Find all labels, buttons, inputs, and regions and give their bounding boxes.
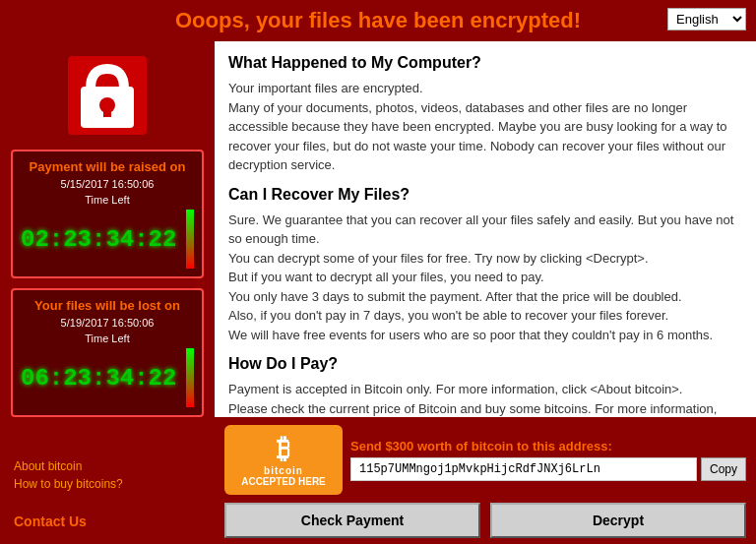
section1-body: Your important files are encrypted. Many… <box>228 79 742 175</box>
right-panel: What Happened to My Computer? Your impor… <box>215 41 756 544</box>
payment-label: Send $300 worth of bitcoin to this addre… <box>350 439 746 453</box>
timer2-box: Your files will be lost on 5/19/2017 16:… <box>11 288 204 417</box>
bitcoin-address-field[interactable] <box>350 457 697 481</box>
bitcoin-symbol-icon: ₿ <box>277 433 290 465</box>
action-buttons: Check Payment Decrypt <box>224 503 746 538</box>
address-row: Copy <box>350 457 746 481</box>
copy-button[interactable]: Copy <box>701 457 746 481</box>
payment-area: ₿ bitcoin ACCEPTED HERE Send $300 worth … <box>215 417 756 544</box>
timer1-box: Payment will be raised on 5/15/2017 16:5… <box>11 150 204 278</box>
timer1-title: Payment will be raised on <box>21 159 194 174</box>
bitcoin-badge: ₿ bitcoin ACCEPTED HERE <box>224 425 343 495</box>
timer2-label: Time Left <box>21 332 194 344</box>
timer2-display: 06:23:34:22 <box>21 348 194 407</box>
timer2-bar <box>186 348 194 407</box>
timer1-bar <box>186 210 194 269</box>
contact-us-link[interactable]: Contact Us <box>14 514 87 529</box>
bitcoin-brand-text: bitcoin <box>264 465 303 476</box>
section2-body: Sure. We guarantee that you can recover … <box>228 211 742 345</box>
bitcoin-accepted-text: ACCEPTED HERE <box>241 476 326 487</box>
decrypt-button[interactable]: Decrypt <box>490 503 746 538</box>
section2-title: Can I Recover My Files? <box>228 183 742 207</box>
about-bitcoin-link[interactable]: About bitcoin <box>14 459 201 473</box>
how-to-buy-link[interactable]: How to buy bitcoins? <box>14 477 201 491</box>
timer1-digits: 02:23:34:22 <box>21 226 176 253</box>
header: Ooops, your files have been encrypted! E… <box>0 0 756 41</box>
timer1-display: 02:23:34:22 <box>21 210 194 269</box>
left-links: About bitcoin How to buy bitcoins? Conta… <box>10 453 205 536</box>
main-container: Payment will be raised on 5/15/2017 16:5… <box>0 41 756 544</box>
timer1-label: Time Left <box>21 194 194 206</box>
svg-rect-3 <box>103 105 111 117</box>
lock-icon <box>63 51 152 140</box>
left-panel: Payment will be raised on 5/15/2017 16:5… <box>0 41 215 544</box>
section3-body: Payment is accepted in Bitcoin only. For… <box>228 380 742 417</box>
header-title: Ooops, your files have been encrypted! <box>175 8 581 32</box>
section1-title: What Happened to My Computer? <box>228 51 742 75</box>
check-payment-button[interactable]: Check Payment <box>224 503 480 538</box>
payment-row: ₿ bitcoin ACCEPTED HERE Send $300 worth … <box>224 425 746 495</box>
timer2-digits: 06:23:34:22 <box>21 365 176 392</box>
payment-right: Send $300 worth of bitcoin to this addre… <box>350 439 746 481</box>
language-selector[interactable]: English Español Français Deutsch 中文 <box>667 8 746 30</box>
timer2-title: Your files will be lost on <box>21 298 194 313</box>
section3-title: How Do I Pay? <box>228 352 742 376</box>
timer2-date: 5/19/2017 16:50:06 <box>21 317 194 329</box>
content-area[interactable]: What Happened to My Computer? Your impor… <box>215 41 756 417</box>
timer1-date: 5/15/2017 16:50:06 <box>21 178 194 190</box>
